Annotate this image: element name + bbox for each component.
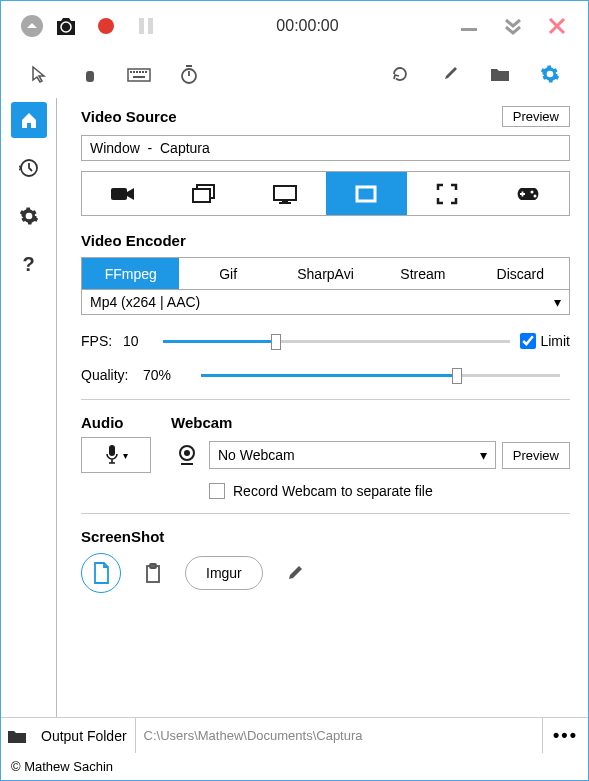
source-tab-windows[interactable] [163, 172, 244, 215]
svg-point-25 [534, 194, 537, 197]
chevron-down-icon: ▾ [480, 447, 487, 463]
svg-rect-9 [136, 71, 138, 73]
nav-home[interactable] [11, 102, 47, 138]
webcam-select[interactable]: No Webcam ▾ [209, 441, 496, 469]
fps-label: FPS: [81, 333, 123, 349]
quality-label: Quality: [81, 367, 143, 383]
left-nav: ? [1, 96, 56, 717]
screenshot-imgur-button[interactable]: Imgur [185, 556, 263, 590]
credit: © Mathew Sachin [1, 753, 588, 780]
pointer-tool[interactable] [27, 62, 51, 86]
toolbar [1, 51, 588, 96]
browse-button[interactable]: ••• [542, 718, 588, 753]
svg-rect-23 [357, 187, 375, 201]
brush-tool[interactable] [438, 62, 462, 86]
output-folder-path[interactable]: C:\Users\Mathew\Documents\Captura [136, 718, 542, 753]
webcam-icon [171, 437, 203, 473]
record-button[interactable] [89, 9, 123, 43]
svg-rect-17 [111, 188, 127, 200]
source-type-tabs [81, 171, 570, 216]
screenshot-save-button[interactable] [81, 553, 121, 593]
svg-rect-7 [130, 71, 132, 73]
collapse-button[interactable] [15, 9, 49, 43]
screenshot-clipboard-button[interactable] [133, 553, 173, 593]
svg-rect-26 [109, 445, 115, 456]
webcam-separate-checkbox[interactable]: Record Webcam to separate file [209, 483, 570, 499]
chevron-down-icon: ▾ [123, 450, 128, 461]
folder-tool[interactable] [488, 62, 512, 86]
encoder-tab-sharpavi[interactable]: SharpAvi [277, 258, 374, 289]
timer-tool[interactable] [177, 62, 201, 86]
encoder-tab-discard[interactable]: Discard [472, 258, 569, 289]
fps-slider[interactable] [163, 331, 510, 351]
mic-button[interactable]: ▾ [81, 437, 151, 473]
minimize-button[interactable] [452, 9, 486, 43]
output-folder-label: Output Folder [33, 718, 136, 753]
svg-point-2 [98, 18, 114, 34]
fps-limit-checkbox[interactable]: Limit [520, 333, 570, 349]
chevron-down-icon: ▾ [554, 294, 561, 310]
svg-point-1 [61, 22, 71, 32]
svg-rect-4 [148, 18, 153, 34]
expand-down-button[interactable] [496, 9, 530, 43]
nav-settings[interactable] [11, 198, 47, 234]
svg-rect-21 [282, 200, 288, 202]
encoder-format-value: Mp4 (x264 | AAC) [90, 294, 200, 310]
svg-rect-6 [128, 69, 150, 81]
click-tool[interactable] [77, 62, 101, 86]
title-bar: 00:00:00 [1, 1, 588, 51]
screenshot-edit-button[interactable] [275, 553, 315, 593]
encoder-tabs: FFmpeg Gif SharpAvi Stream Discard [81, 257, 570, 289]
video-encoder-header: Video Encoder [81, 232, 570, 249]
svg-rect-8 [133, 71, 135, 73]
settings-tool[interactable] [538, 62, 562, 86]
svg-rect-20 [274, 186, 296, 200]
svg-point-28 [184, 450, 190, 456]
svg-point-24 [531, 190, 534, 193]
encoder-tab-gif[interactable]: Gif [179, 258, 276, 289]
source-tab-fullscreen[interactable] [407, 172, 488, 215]
video-source-input[interactable] [81, 135, 570, 161]
svg-rect-5 [461, 28, 477, 31]
svg-rect-14 [186, 65, 192, 67]
timer: 00:00:00 [163, 17, 452, 35]
screenshot-header: ScreenShot [81, 528, 570, 545]
keyboard-tool[interactable] [127, 62, 151, 86]
nav-history[interactable] [11, 150, 47, 186]
svg-rect-22 [279, 202, 291, 204]
audio-header: Audio [81, 414, 151, 431]
encoder-format-select[interactable]: Mp4 (x264 | AAC) ▾ [81, 289, 570, 315]
video-source-header: Video Source [81, 108, 177, 125]
svg-rect-13 [133, 76, 145, 78]
encoder-tab-stream[interactable]: Stream [374, 258, 471, 289]
fps-value: 10 [123, 333, 153, 349]
refresh-tool[interactable] [388, 62, 412, 86]
webcam-value: No Webcam [218, 447, 295, 463]
svg-rect-19 [193, 189, 210, 202]
source-tab-camera[interactable] [82, 172, 163, 215]
quality-value: 70% [143, 367, 191, 383]
preview-button[interactable]: Preview [502, 106, 570, 127]
screenshot-button[interactable] [49, 9, 83, 43]
folder-icon[interactable] [1, 718, 33, 753]
encoder-tab-ffmpeg[interactable]: FFmpeg [82, 258, 179, 289]
nav-help[interactable]: ? [11, 246, 47, 282]
source-tab-region[interactable] [326, 172, 407, 215]
footer: Output Folder C:\Users\Mathew\Documents\… [1, 717, 588, 753]
main-panel: Video Source Preview Video Encoder FFmpe… [57, 96, 588, 717]
pause-button[interactable] [129, 9, 163, 43]
source-tab-game[interactable] [488, 172, 569, 215]
svg-rect-3 [139, 18, 144, 34]
svg-rect-12 [145, 71, 147, 73]
svg-rect-11 [142, 71, 144, 73]
webcam-preview-button[interactable]: Preview [502, 442, 570, 469]
source-tab-screen[interactable] [244, 172, 325, 215]
svg-rect-10 [139, 71, 141, 73]
quality-slider[interactable] [201, 365, 560, 385]
close-button[interactable] [540, 9, 574, 43]
webcam-header: Webcam [171, 414, 570, 431]
